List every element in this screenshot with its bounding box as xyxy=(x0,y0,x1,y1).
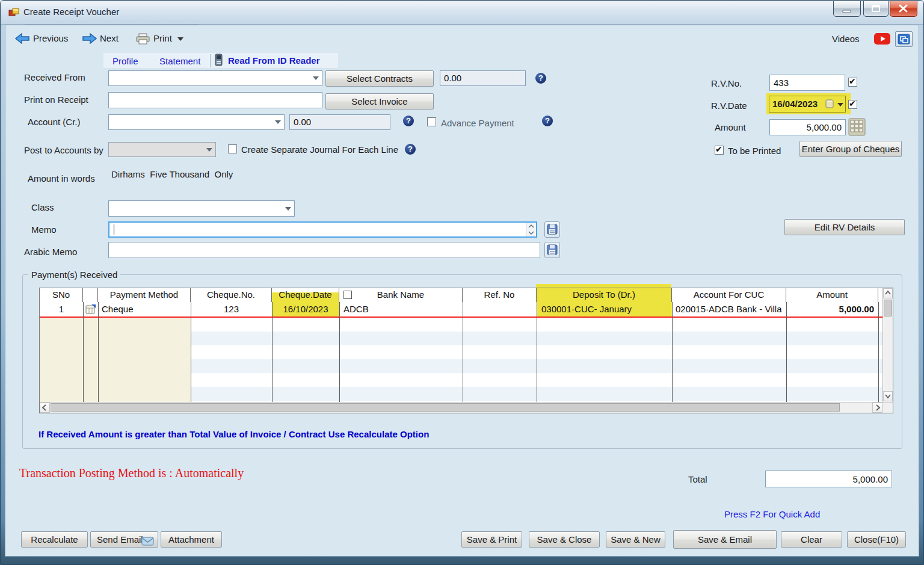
arabic-memo-label: Arabic Memo xyxy=(24,247,77,257)
col-header-cheque-no[interactable]: Cheque.No. xyxy=(191,288,272,302)
to-be-printed-label: To be Printed xyxy=(728,146,781,156)
select-invoice-button[interactable]: Select Invoice xyxy=(325,93,434,110)
separate-journal-checkbox[interactable] xyxy=(228,144,237,153)
payments-table[interactable]: SNo Payment Method Cheque.No. Cheque.Dat… xyxy=(39,288,893,413)
create-receipt-voucher-window: Create Receipt Voucher Previous Next Pri… xyxy=(0,0,924,565)
help-icon[interactable] xyxy=(403,116,414,126)
youtube-icon[interactable] xyxy=(874,33,890,47)
chevron-down-icon[interactable] xyxy=(275,120,281,124)
amount-input[interactable] xyxy=(769,119,846,135)
rv-date-value: 16/04/2023 xyxy=(772,99,818,109)
title-bar[interactable]: Create Receipt Voucher xyxy=(1,1,923,25)
scroll-right-icon[interactable] xyxy=(872,403,882,413)
memo-spinner[interactable] xyxy=(526,223,536,236)
cell-deposit-to[interactable]: 030001·CUC- January xyxy=(537,302,672,316)
col-header-icon[interactable] xyxy=(83,288,98,302)
previous-button[interactable]: Previous xyxy=(14,32,31,48)
print-on-receipt-input[interactable] xyxy=(108,92,322,108)
chevron-down-icon[interactable] xyxy=(206,148,212,152)
cell-sno[interactable]: 1 xyxy=(40,302,83,316)
col-header-cheque-date[interactable]: Cheque.Date xyxy=(272,288,339,302)
tab-profile[interactable]: Profile xyxy=(112,56,138,66)
popout-window-icon[interactable] xyxy=(895,31,913,47)
memo-input[interactable] xyxy=(108,221,537,238)
cell-bank-name[interactable]: ADCB xyxy=(343,302,461,316)
bank-header-checkbox[interactable] xyxy=(343,291,352,299)
col-header-amount[interactable]: Amount xyxy=(786,288,878,302)
empty-rows-frozen[interactable] xyxy=(40,318,191,402)
save-memo-icon[interactable] xyxy=(544,221,560,238)
save-print-button[interactable]: Save & Print xyxy=(461,531,522,548)
help-icon[interactable] xyxy=(542,116,553,126)
table-header-row: SNo Payment Method Cheque.No. Cheque.Dat… xyxy=(40,288,893,302)
vertical-scroll-thumb[interactable] xyxy=(884,300,892,316)
col-header-account-for-cuc[interactable]: Account For CUC xyxy=(672,288,786,302)
col-header-sno[interactable]: SNo xyxy=(40,288,83,302)
rv-date-picker[interactable]: 16/04/2023 xyxy=(769,96,846,113)
enter-group-of-cheques-button[interactable]: Enter Group of Cheques xyxy=(799,141,902,157)
next-button[interactable]: Next xyxy=(81,32,97,48)
app-icon xyxy=(8,8,19,20)
select-contracts-button[interactable]: Select Contracts xyxy=(325,70,434,87)
separate-journal-label: Create Separate Journal For Each Line xyxy=(241,144,398,155)
class-combobox[interactable] xyxy=(108,200,295,217)
table-horizontal-scrollbar[interactable] xyxy=(40,402,893,413)
chevron-down-icon[interactable] xyxy=(313,76,319,80)
cell-cheque-no[interactable]: 123 xyxy=(191,302,272,316)
calculator-icon[interactable] xyxy=(848,118,866,138)
save-arabic-memo-icon[interactable] xyxy=(544,242,560,258)
calendar-icon[interactable] xyxy=(825,99,835,111)
tab-read-from-id-reader[interactable]: Read From ID Reader xyxy=(228,55,320,66)
previous-arrow-icon xyxy=(14,37,31,47)
videos-link[interactable]: Videos xyxy=(832,34,860,44)
send-email-button[interactable]: Send Email xyxy=(90,531,158,548)
scroll-up-icon[interactable] xyxy=(883,288,893,298)
clear-button[interactable]: Clear xyxy=(781,531,842,548)
post-to-accounts-combobox[interactable] xyxy=(108,142,216,157)
maximize-button[interactable] xyxy=(863,1,889,17)
close-icon[interactable] xyxy=(890,1,917,17)
cell-ref-no[interactable] xyxy=(466,302,535,316)
scroll-left-icon[interactable] xyxy=(40,403,50,413)
save-close-button[interactable]: Save & Close xyxy=(529,531,600,548)
account-cr-combobox[interactable] xyxy=(108,114,285,130)
horizontal-scroll-thumb[interactable] xyxy=(51,403,840,412)
close-f10-button[interactable]: Close(F10) xyxy=(847,531,906,548)
rv-date-checkbox[interactable] xyxy=(848,100,857,109)
attachment-button[interactable]: Attachment xyxy=(161,531,222,548)
received-from-combobox[interactable] xyxy=(108,70,322,86)
save-email-button[interactable]: Save & Email xyxy=(673,530,777,549)
save-new-button[interactable]: Save & New xyxy=(606,531,665,548)
grid-line xyxy=(672,302,673,402)
print-button[interactable]: Print xyxy=(135,32,150,48)
table-vertical-scrollbar[interactable] xyxy=(882,288,893,402)
rv-no-checkbox[interactable] xyxy=(848,78,857,87)
dialog-body: Previous Next Print Videos Profile State… xyxy=(5,25,919,557)
edit-rv-details-button[interactable]: Edit RV Details xyxy=(784,219,905,235)
chevron-down-icon[interactable] xyxy=(285,207,291,211)
tab-statement[interactable]: Statement xyxy=(159,56,200,66)
scroll-down-icon[interactable] xyxy=(883,391,893,401)
col-header-bank-name[interactable]: Bank Name xyxy=(339,288,463,302)
grid-line xyxy=(463,302,463,402)
help-icon[interactable] xyxy=(405,144,416,155)
help-icon[interactable] xyxy=(535,73,546,84)
col-header-payment-method[interactable]: Payment Method xyxy=(98,288,191,302)
account-amount-field: 0.00 xyxy=(289,114,390,130)
recalculate-button[interactable]: Recalculate xyxy=(21,531,88,548)
rv-no-input[interactable] xyxy=(769,75,845,91)
cell-account-for-cuc[interactable]: 020015·ADCB Bank - Villa xyxy=(676,302,786,316)
col-header-ref-no[interactable]: Ref. No xyxy=(463,288,537,302)
print-dropdown-caret-icon[interactable] xyxy=(177,37,183,41)
lookup-icon[interactable] xyxy=(85,304,96,316)
col-header-deposit-to[interactable]: Deposit To (Dr.) xyxy=(537,288,672,302)
cell-amount[interactable]: 5,000.00 xyxy=(786,302,874,316)
advance-payment-checkbox[interactable] xyxy=(427,117,436,126)
cell-payment-method[interactable]: Cheque xyxy=(102,302,191,316)
to-be-printed-checkbox[interactable] xyxy=(715,146,724,155)
cell-cheque-date[interactable]: 16/10/2023 xyxy=(272,302,339,316)
date-dropdown-caret-icon[interactable] xyxy=(837,103,843,107)
minimize-button[interactable] xyxy=(833,1,861,17)
grid-line xyxy=(339,302,340,402)
arabic-memo-input[interactable] xyxy=(108,242,540,258)
